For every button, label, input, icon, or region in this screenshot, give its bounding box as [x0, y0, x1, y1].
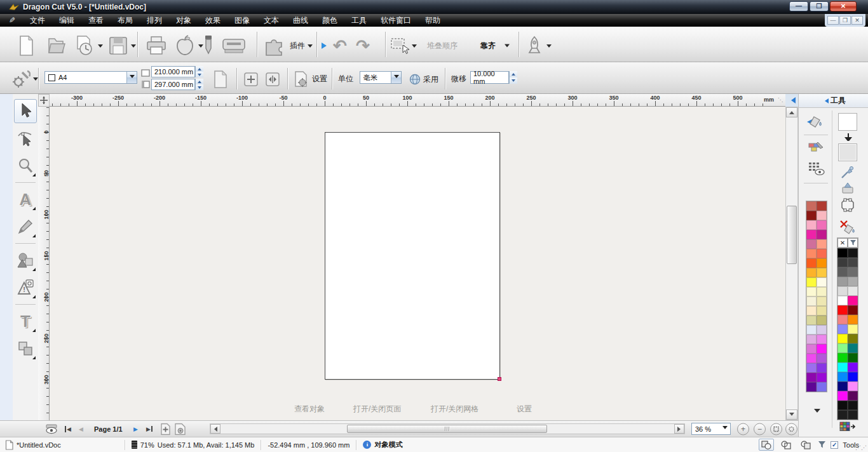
standard-color-swatch[interactable]	[837, 401, 848, 410]
blank-page-button[interactable]	[212, 70, 229, 89]
plugin-button[interactable]: 插件	[263, 35, 313, 56]
measure-tool[interactable]: !	[14, 276, 37, 300]
canvas-link-2[interactable]: 打开/关闭网格	[431, 404, 478, 415]
undo-button[interactable]: ↶	[333, 36, 347, 56]
node-edit-tool[interactable]	[14, 126, 37, 150]
open-document-button[interactable]	[46, 36, 66, 56]
swap-colors-arrow-icon[interactable]	[844, 133, 852, 141]
zoom-level-combobox[interactable]: 36 %	[691, 423, 731, 435]
apply-button[interactable]: 采用	[423, 74, 438, 84]
gradient-color-swatch[interactable]	[817, 344, 827, 354]
page-options-button[interactable]	[174, 423, 186, 435]
cut-apple-button[interactable]	[174, 34, 203, 57]
page-width-field[interactable]: 210.000 mm	[151, 66, 203, 77]
previous-page-button[interactable]: ◀	[79, 426, 83, 432]
gradient-color-swatch[interactable]	[817, 335, 827, 344]
save-button[interactable]	[108, 36, 136, 56]
nudge-value[interactable]: 10.000 mm	[470, 71, 509, 84]
standard-color-swatch[interactable]	[848, 391, 858, 401]
menu-item-13[interactable]: 帮助	[418, 14, 447, 27]
page-height-value[interactable]: 297.000 mm	[151, 79, 195, 90]
gradient-color-swatch[interactable]	[806, 316, 817, 325]
menu-item-5[interactable]: 对象	[169, 14, 198, 27]
monogram-text-tool[interactable]: T	[14, 309, 37, 333]
gradient-color-swatch[interactable]	[806, 354, 817, 363]
add-page-button[interactable]	[244, 72, 258, 86]
scroll-right-button[interactable]	[674, 424, 684, 434]
cutter-tool-button[interactable]	[201, 34, 216, 57]
horizontal-scroll-thumb[interactable]	[347, 425, 547, 433]
zoom-out-button[interactable]: −	[754, 423, 766, 435]
standard-color-swatch[interactable]	[848, 372, 858, 382]
standard-color-swatch[interactable]	[837, 305, 848, 315]
new-document-button[interactable]	[17, 35, 36, 56]
gradient-color-swatch[interactable]	[806, 287, 817, 296]
document-page[interactable]	[325, 132, 500, 380]
page-settings-button[interactable]: 设置	[294, 70, 327, 88]
outline-shape-button[interactable]	[841, 198, 855, 212]
standard-color-swatch[interactable]	[837, 410, 848, 420]
standard-color-swatch[interactable]	[848, 353, 858, 362]
print-button[interactable]	[145, 36, 168, 56]
zoom-in-button[interactable]: +	[737, 423, 749, 435]
select-area-dropdown-icon[interactable]	[412, 44, 417, 50]
gradient-color-swatch[interactable]	[806, 344, 817, 354]
redo-button[interactable]: ↷	[356, 36, 370, 56]
no-fill-button[interactable]	[839, 220, 856, 235]
launch-dropdown-icon[interactable]	[546, 44, 552, 50]
gradient-color-swatch[interactable]	[806, 306, 817, 316]
snap-dropdown-icon[interactable]	[505, 44, 510, 50]
first-page-button[interactable]: ◀	[65, 426, 71, 432]
weld-tool[interactable]	[14, 336, 37, 361]
shapes-tool[interactable]	[14, 248, 37, 272]
gradient-color-swatch[interactable]	[806, 268, 817, 277]
standard-color-swatch[interactable]	[848, 324, 858, 334]
standard-color-swatch[interactable]	[848, 362, 858, 372]
gradient-color-swatch[interactable]	[806, 325, 817, 335]
gradient-color-swatch[interactable]	[817, 211, 827, 220]
recent-dropdown-icon[interactable]	[98, 44, 103, 50]
standard-color-swatch[interactable]	[837, 334, 848, 343]
swap-orientation-button[interactable]	[266, 72, 280, 86]
standard-color-swatch[interactable]	[837, 382, 848, 391]
standard-color-swatch[interactable]	[848, 267, 858, 277]
page-height-field[interactable]: 297.000 mm	[151, 79, 203, 90]
zoom-tool[interactable]	[14, 154, 37, 178]
standard-color-swatch[interactable]	[837, 315, 848, 324]
gradient-color-swatch[interactable]	[817, 363, 827, 373]
mdi-close-button[interactable]: ✕	[851, 16, 863, 25]
canvas-link-0[interactable]: 查看对象	[294, 404, 325, 415]
scroll-down-button[interactable]	[786, 409, 797, 420]
apply-globe-icon[interactable]	[409, 74, 421, 85]
restore-button[interactable]: ❐	[810, 1, 829, 11]
recent-files-button[interactable]	[75, 35, 103, 56]
gradient-color-swatch[interactable]	[817, 220, 827, 230]
launch-button[interactable]	[525, 35, 552, 56]
standard-color-swatch[interactable]	[837, 362, 848, 372]
menu-item-3[interactable]: 布局	[111, 14, 140, 27]
palette-view-button[interactable]	[808, 161, 825, 176]
gradient-color-swatch[interactable]	[806, 201, 817, 211]
gradient-color-swatch[interactable]	[817, 258, 827, 268]
apply-label[interactable]: 采用	[423, 74, 438, 84]
gradient-color-swatch[interactable]	[817, 316, 827, 325]
plugin-label[interactable]: 插件	[290, 41, 305, 51]
scroll-up-button[interactable]	[786, 107, 797, 117]
next-page-button[interactable]: ▶	[133, 426, 138, 432]
standard-color-swatch[interactable]	[837, 277, 848, 286]
setup-tools-button[interactable]	[11, 70, 38, 89]
gradient-color-swatch[interactable]	[806, 220, 817, 230]
stroke-color-preview[interactable]	[838, 143, 857, 161]
plotter-output-button[interactable]	[221, 36, 247, 56]
gradient-color-swatch[interactable]	[806, 277, 817, 287]
tools-checkbox[interactable]: ✓	[831, 441, 838, 449]
standard-color-swatch[interactable]	[837, 267, 848, 277]
fill-bucket-button[interactable]	[806, 114, 824, 130]
standard-color-swatch[interactable]	[848, 382, 858, 391]
insert-page-button[interactable]	[160, 423, 171, 435]
nudge-spinner[interactable]	[509, 71, 517, 84]
last-page-button[interactable]: ▶	[146, 426, 153, 432]
gradient-color-swatch[interactable]	[806, 373, 817, 382]
standard-color-swatch[interactable]	[848, 277, 858, 286]
mdi-restore-button[interactable]: ❐	[839, 16, 851, 25]
